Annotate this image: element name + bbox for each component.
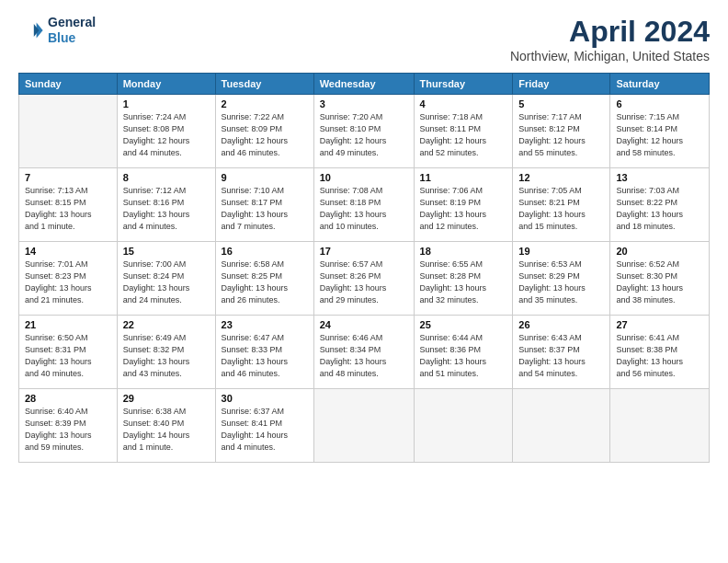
day-info: Sunrise: 7:00 AMSunset: 8:24 PMDaylight:… bbox=[123, 259, 210, 306]
day-info: Sunrise: 6:52 AMSunset: 8:30 PMDaylight:… bbox=[616, 259, 703, 306]
day-info: Sunrise: 7:10 AMSunset: 8:17 PMDaylight:… bbox=[222, 185, 308, 233]
day-number: 10 bbox=[320, 172, 408, 183]
calendar-cell bbox=[313, 389, 414, 463]
day-number: 24 bbox=[320, 319, 408, 330]
day-info: Sunrise: 7:15 AMSunset: 8:14 PMDaylight:… bbox=[616, 111, 703, 159]
day-number: 13 bbox=[616, 172, 703, 183]
day-info: Sunrise: 6:44 AMSunset: 8:36 PMDaylight:… bbox=[420, 332, 507, 380]
calendar-cell: 1Sunrise: 7:24 AMSunset: 8:08 PMDaylight… bbox=[117, 95, 215, 168]
calendar-week-row: 14Sunrise: 7:01 AMSunset: 8:23 PMDayligh… bbox=[19, 242, 710, 316]
calendar-cell: 25Sunrise: 6:44 AMSunset: 8:36 PMDayligh… bbox=[414, 316, 513, 389]
day-info: Sunrise: 7:20 AMSunset: 8:10 PMDaylight:… bbox=[320, 111, 408, 159]
calendar-cell: 7Sunrise: 7:13 AMSunset: 8:15 PMDaylight… bbox=[19, 168, 118, 242]
calendar-cell: 8Sunrise: 7:12 AMSunset: 8:16 PMDaylight… bbox=[117, 168, 215, 242]
day-info: Sunrise: 6:58 AMSunset: 8:25 PMDaylight:… bbox=[222, 259, 308, 306]
day-number: 16 bbox=[222, 246, 308, 257]
day-info: Sunrise: 6:57 AMSunset: 8:26 PMDaylight:… bbox=[320, 259, 408, 306]
calendar-header-sunday: Sunday bbox=[19, 74, 118, 95]
calendar-cell: 6Sunrise: 7:15 AMSunset: 8:14 PMDaylight… bbox=[610, 95, 710, 168]
calendar-week-row: 28Sunrise: 6:40 AMSunset: 8:39 PMDayligh… bbox=[19, 389, 710, 463]
day-info: Sunrise: 6:41 AMSunset: 8:38 PMDaylight:… bbox=[616, 332, 703, 380]
title-block: April 2024 Northview, Michigan, United S… bbox=[510, 15, 710, 63]
calendar-header-monday: Monday bbox=[117, 74, 215, 95]
calendar-header-saturday: Saturday bbox=[610, 74, 710, 95]
logo: General Blue bbox=[18, 15, 96, 46]
calendar-cell: 23Sunrise: 6:47 AMSunset: 8:33 PMDayligh… bbox=[215, 316, 313, 389]
calendar-cell: 30Sunrise: 6:37 AMSunset: 8:41 PMDayligh… bbox=[215, 389, 313, 463]
day-number: 29 bbox=[123, 393, 210, 404]
day-number: 20 bbox=[616, 246, 703, 257]
day-info: Sunrise: 7:17 AMSunset: 8:12 PMDaylight:… bbox=[518, 111, 604, 159]
day-number: 2 bbox=[222, 98, 308, 109]
page: General Blue April 2024 Northview, Michi… bbox=[0, 0, 728, 563]
day-info: Sunrise: 7:13 AMSunset: 8:15 PMDaylight:… bbox=[25, 185, 111, 233]
calendar-cell: 10Sunrise: 7:08 AMSunset: 8:18 PMDayligh… bbox=[313, 168, 414, 242]
day-number: 1 bbox=[123, 98, 210, 109]
calendar-cell: 21Sunrise: 6:50 AMSunset: 8:31 PMDayligh… bbox=[19, 316, 118, 389]
calendar-cell: 3Sunrise: 7:20 AMSunset: 8:10 PMDaylight… bbox=[313, 95, 414, 168]
calendar-cell: 18Sunrise: 6:55 AMSunset: 8:28 PMDayligh… bbox=[414, 242, 513, 316]
day-info: Sunrise: 7:08 AMSunset: 8:18 PMDaylight:… bbox=[320, 185, 408, 233]
calendar-cell: 13Sunrise: 7:03 AMSunset: 8:22 PMDayligh… bbox=[610, 168, 710, 242]
calendar-week-row: 7Sunrise: 7:13 AMSunset: 8:15 PMDaylight… bbox=[19, 168, 710, 242]
day-info: Sunrise: 7:01 AMSunset: 8:23 PMDaylight:… bbox=[25, 259, 111, 306]
day-info: Sunrise: 6:37 AMSunset: 8:41 PMDaylight:… bbox=[222, 406, 308, 454]
day-number: 27 bbox=[616, 319, 703, 330]
calendar-cell bbox=[513, 389, 610, 463]
calendar-cell bbox=[610, 389, 710, 463]
day-number: 7 bbox=[25, 172, 111, 183]
day-info: Sunrise: 6:47 AMSunset: 8:33 PMDaylight:… bbox=[222, 332, 308, 380]
day-info: Sunrise: 7:12 AMSunset: 8:16 PMDaylight:… bbox=[123, 185, 210, 233]
calendar-cell bbox=[19, 95, 118, 168]
day-number: 30 bbox=[222, 393, 308, 404]
calendar-cell bbox=[414, 389, 513, 463]
day-info: Sunrise: 6:53 AMSunset: 8:29 PMDaylight:… bbox=[518, 259, 604, 306]
calendar-cell: 22Sunrise: 6:49 AMSunset: 8:32 PMDayligh… bbox=[117, 316, 215, 389]
calendar-cell: 20Sunrise: 6:52 AMSunset: 8:30 PMDayligh… bbox=[610, 242, 710, 316]
calendar: SundayMondayTuesdayWednesdayThursdayFrid… bbox=[18, 73, 710, 463]
logo-icon bbox=[18, 17, 44, 43]
day-info: Sunrise: 7:22 AMSunset: 8:09 PMDaylight:… bbox=[222, 111, 308, 159]
day-number: 17 bbox=[320, 246, 408, 257]
day-number: 21 bbox=[25, 319, 111, 330]
day-number: 6 bbox=[616, 98, 703, 109]
calendar-cell: 29Sunrise: 6:38 AMSunset: 8:40 PMDayligh… bbox=[117, 389, 215, 463]
day-number: 25 bbox=[420, 319, 507, 330]
day-number: 23 bbox=[222, 319, 308, 330]
calendar-cell: 11Sunrise: 7:06 AMSunset: 8:19 PMDayligh… bbox=[414, 168, 513, 242]
calendar-cell: 4Sunrise: 7:18 AMSunset: 8:11 PMDaylight… bbox=[414, 95, 513, 168]
header: General Blue April 2024 Northview, Michi… bbox=[18, 15, 710, 63]
day-info: Sunrise: 6:43 AMSunset: 8:37 PMDaylight:… bbox=[518, 332, 604, 380]
day-number: 15 bbox=[123, 246, 210, 257]
calendar-week-row: 21Sunrise: 6:50 AMSunset: 8:31 PMDayligh… bbox=[19, 316, 710, 389]
calendar-header-friday: Friday bbox=[513, 74, 610, 95]
day-number: 26 bbox=[518, 319, 604, 330]
calendar-cell: 28Sunrise: 6:40 AMSunset: 8:39 PMDayligh… bbox=[19, 389, 118, 463]
day-info: Sunrise: 7:03 AMSunset: 8:22 PMDaylight:… bbox=[616, 185, 703, 233]
calendar-cell: 16Sunrise: 6:58 AMSunset: 8:25 PMDayligh… bbox=[215, 242, 313, 316]
day-number: 3 bbox=[320, 98, 408, 109]
day-info: Sunrise: 7:05 AMSunset: 8:21 PMDaylight:… bbox=[518, 185, 604, 233]
calendar-header-wednesday: Wednesday bbox=[313, 74, 414, 95]
calendar-cell: 19Sunrise: 6:53 AMSunset: 8:29 PMDayligh… bbox=[513, 242, 610, 316]
day-number: 22 bbox=[123, 319, 210, 330]
subtitle: Northview, Michigan, United States bbox=[510, 49, 710, 63]
day-number: 5 bbox=[518, 98, 604, 109]
calendar-cell: 24Sunrise: 6:46 AMSunset: 8:34 PMDayligh… bbox=[313, 316, 414, 389]
calendar-cell: 26Sunrise: 6:43 AMSunset: 8:37 PMDayligh… bbox=[513, 316, 610, 389]
logo-line1: General bbox=[48, 15, 96, 30]
calendar-cell: 2Sunrise: 7:22 AMSunset: 8:09 PMDaylight… bbox=[215, 95, 313, 168]
day-number: 12 bbox=[518, 172, 604, 183]
day-number: 8 bbox=[123, 172, 210, 183]
calendar-week-row: 1Sunrise: 7:24 AMSunset: 8:08 PMDaylight… bbox=[19, 95, 710, 168]
calendar-header-tuesday: Tuesday bbox=[215, 74, 313, 95]
day-info: Sunrise: 6:46 AMSunset: 8:34 PMDaylight:… bbox=[320, 332, 408, 380]
day-number: 11 bbox=[420, 172, 507, 183]
calendar-cell: 9Sunrise: 7:10 AMSunset: 8:17 PMDaylight… bbox=[215, 168, 313, 242]
day-info: Sunrise: 6:40 AMSunset: 8:39 PMDaylight:… bbox=[25, 406, 111, 454]
day-info: Sunrise: 6:55 AMSunset: 8:28 PMDaylight:… bbox=[420, 259, 507, 306]
day-info: Sunrise: 6:49 AMSunset: 8:32 PMDaylight:… bbox=[123, 332, 210, 380]
calendar-header-row: SundayMondayTuesdayWednesdayThursdayFrid… bbox=[19, 74, 710, 95]
calendar-cell: 14Sunrise: 7:01 AMSunset: 8:23 PMDayligh… bbox=[19, 242, 118, 316]
day-number: 9 bbox=[222, 172, 308, 183]
